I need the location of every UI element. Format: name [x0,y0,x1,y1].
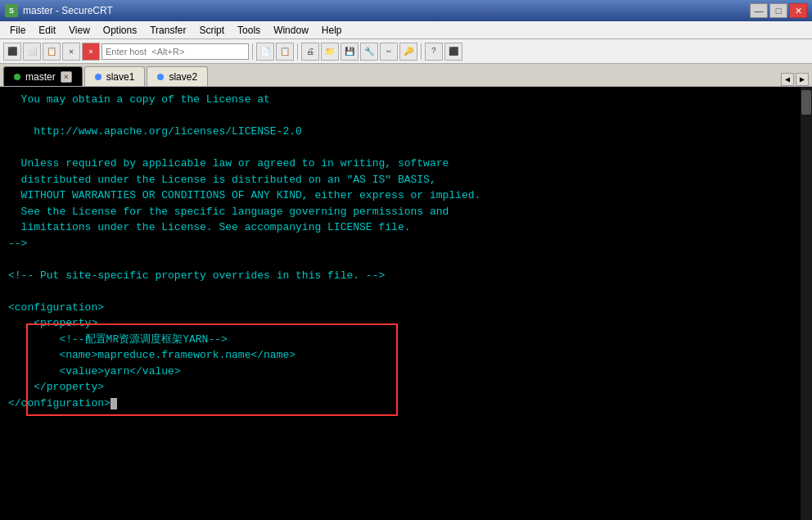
toolbar-btn-9[interactable]: ✂ [380,43,398,61]
window-title: master - SecureCRT [23,5,750,16]
menu-edit[interactable]: Edit [32,23,62,38]
toolbar-btn-1[interactable]: ⬛ [3,43,21,61]
terminal-cursor [111,398,117,409]
toolbar-btn-10[interactable]: 🔑 [399,43,417,61]
toolbar-btn-7[interactable]: 💾 [341,43,359,61]
menu-transfer[interactable]: Transfer [143,23,192,38]
toolbar-btn-4[interactable]: ✕ [62,43,80,61]
menu-file[interactable]: File [3,23,32,38]
tab-label-slave2: slave2 [169,71,197,83]
toolbar-separator-2 [297,43,298,60]
tab-scroll-controls: ◀ ▶ [781,73,809,86]
minimize-button[interactable]: — [750,3,768,18]
toolbar-btn-print[interactable]: 🖨 [301,43,319,61]
toolbar-separator-3 [421,43,422,60]
menu-window[interactable]: Window [267,23,315,38]
menu-script[interactable]: Script [192,23,231,38]
maximize-button[interactable]: □ [769,3,787,18]
scrollbar-thumb[interactable] [801,90,811,115]
tab-dot-slave2 [157,74,164,80]
toolbar-btn-5[interactable]: ✕ [82,43,100,61]
menu-help[interactable]: Help [315,23,349,38]
tab-scroll-right[interactable]: ▶ [796,73,809,86]
toolbar-btn-11[interactable]: ⬛ [444,43,462,61]
tab-close-master[interactable]: ✕ [61,71,72,83]
menu-options[interactable]: Options [97,23,143,38]
toolbar-btn-6[interactable]: 📁 [321,43,339,61]
menu-bar: File Edit View Options Transfer Script T… [0,21,812,39]
toolbar-btn-paste[interactable]: 📋 [276,43,294,61]
app-icon: S [5,4,18,17]
tab-master[interactable]: master ✕ [3,66,83,86]
toolbar: ⬛ ⬜ 📋 ✕ ✕ 📄 📋 🖨 📁 💾 🔧 ✂ 🔑 ? ⬛ [0,39,812,64]
toolbar-separator [252,43,253,60]
toolbar-btn-3[interactable]: 📋 [43,43,61,61]
window-controls: — □ ✕ [750,3,807,18]
tab-dot-slave1 [95,74,102,80]
menu-view[interactable]: View [62,23,97,38]
tab-slave1[interactable]: slave1 [84,66,146,86]
toolbar-btn-copy[interactable]: 📄 [256,43,274,61]
tab-slave2[interactable]: slave2 [147,66,208,86]
terminal[interactable]: You may obtain a copy of the License at … [0,87,812,520]
terminal-scrollbar[interactable] [801,87,812,520]
terminal-content: You may obtain a copy of the License at … [8,92,804,411]
toolbar-btn-2[interactable]: ⬜ [23,43,41,61]
close-button[interactable]: ✕ [789,3,807,18]
title-bar: S master - SecureCRT — □ ✕ [0,0,812,21]
tab-label-master: master [25,71,56,83]
host-input[interactable] [102,43,249,60]
toolbar-btn-8[interactable]: 🔧 [360,43,378,61]
menu-tools[interactable]: Tools [231,23,267,38]
tab-dot-master [14,74,20,80]
tab-label-slave1: slave1 [106,71,135,83]
tab-scroll-left[interactable]: ◀ [781,73,794,86]
toolbar-btn-help[interactable]: ? [425,43,443,61]
tab-bar: master ✕ slave1 slave2 ◀ ▶ [0,64,812,87]
